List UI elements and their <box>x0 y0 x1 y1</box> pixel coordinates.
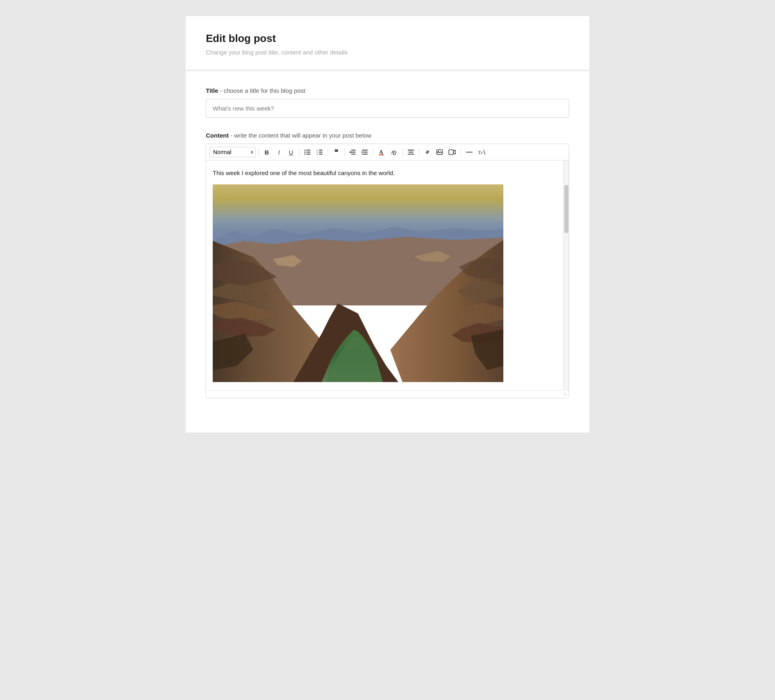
blockquote-icon: ❝ <box>334 148 338 156</box>
editor-body[interactable]: This week I explored one of the most bea… <box>206 161 563 390</box>
editor-body-container: This week I explored one of the most bea… <box>206 161 569 390</box>
page-title: Edit blog post <box>206 32 569 45</box>
indent-icon <box>362 149 368 155</box>
page-subtitle: Change your blog post title, content and… <box>206 49 569 56</box>
svg-rect-22 <box>408 150 414 150</box>
svg-point-0 <box>304 150 306 151</box>
toolbar-divider-3 <box>328 148 328 156</box>
svg-rect-14 <box>351 154 356 155</box>
blockquote-button[interactable]: ❝ <box>331 146 342 158</box>
svg-rect-9 <box>319 152 323 153</box>
format-select[interactable]: Normal Heading 1 Heading 2 Heading 3 Hea… <box>209 147 256 157</box>
bold-button[interactable]: B <box>261 146 272 158</box>
horizontal-rule-icon: — <box>466 148 472 156</box>
content-label-bold: Content <box>206 132 229 139</box>
bullet-list-icon <box>304 149 311 155</box>
bold-label: B <box>265 149 269 156</box>
svg-rect-7 <box>319 150 323 150</box>
toolbar-divider-7 <box>419 148 419 156</box>
svg-rect-12 <box>351 150 356 150</box>
svg-rect-24 <box>408 154 414 155</box>
bullet-list-button[interactable] <box>302 146 313 158</box>
svg-rect-19 <box>379 155 384 155</box>
svg-rect-11 <box>319 154 323 155</box>
ordered-list-icon: 1. 2. 3. <box>316 149 323 155</box>
editor-text-content: This week I explored one of the most bea… <box>213 169 557 178</box>
svg-text:x: x <box>480 150 483 155</box>
text-highlight-icon: A <box>390 149 398 155</box>
link-button[interactable] <box>422 146 433 158</box>
title-field-group: Title - choose a title for this blog pos… <box>206 87 569 118</box>
insert-image-button[interactable] <box>434 146 445 158</box>
scrollbar-thumb[interactable] <box>564 185 568 233</box>
content-field-group: Content - write the content that will ap… <box>206 132 569 398</box>
toolbar-divider-5 <box>373 148 373 156</box>
editor-resize-handle[interactable]: ⤡ <box>206 390 569 398</box>
title-label-bold: Title <box>206 87 218 94</box>
svg-text:A: A <box>379 149 383 155</box>
italic-button[interactable]: I <box>273 146 285 158</box>
title-label: Title - choose a title for this blog pos… <box>206 87 569 94</box>
svg-rect-5 <box>306 154 310 155</box>
editor-toolbar: Normal Heading 1 Heading 2 Heading 3 Hea… <box>206 144 569 161</box>
align-button[interactable] <box>405 146 417 158</box>
text-color-icon: A <box>378 149 385 155</box>
page-wrapper: Edit blog post Change your blog post tit… <box>186 16 589 684</box>
toolbar-divider-1 <box>258 148 259 156</box>
svg-rect-17 <box>362 154 368 155</box>
content-label: Content - write the content that will ap… <box>206 132 569 139</box>
svg-rect-3 <box>306 152 310 153</box>
toolbar-divider-2 <box>299 148 300 156</box>
title-label-rest: - choose a title for this blog post <box>218 87 306 94</box>
content-section: Title - choose a title for this blog pos… <box>186 71 589 433</box>
rich-text-editor: Normal Heading 1 Heading 2 Heading 3 Hea… <box>206 144 569 398</box>
format-selector-wrapper[interactable]: Normal Heading 1 Heading 2 Heading 3 Hea… <box>209 147 256 157</box>
image-icon <box>436 149 443 155</box>
outdent-button[interactable] <box>347 146 358 158</box>
clear-format-button[interactable]: T x <box>475 146 488 158</box>
video-icon <box>448 149 456 155</box>
resize-icon: ⤡ <box>563 391 567 397</box>
text-color-button[interactable]: A <box>376 146 387 158</box>
svg-rect-16 <box>363 152 368 153</box>
clear-format-icon: T x <box>478 149 485 155</box>
svg-rect-15 <box>362 150 368 150</box>
svg-rect-27 <box>449 150 453 155</box>
content-label-rest: - write the content that will appear in … <box>229 132 372 139</box>
svg-line-30 <box>484 150 485 155</box>
editor-scrollbar[interactable] <box>563 161 569 390</box>
align-icon <box>408 149 414 155</box>
ordered-list-button[interactable]: 1. 2. 3. <box>314 146 325 158</box>
link-icon <box>424 149 431 155</box>
outdent-icon <box>350 149 356 155</box>
title-input[interactable] <box>206 99 569 118</box>
svg-rect-1 <box>306 150 310 150</box>
italic-label: I <box>278 149 280 156</box>
header-section: Edit blog post Change your blog post tit… <box>186 16 589 70</box>
canyon-image <box>213 184 503 382</box>
underline-label: U <box>289 149 293 156</box>
svg-point-2 <box>304 152 306 153</box>
toolbar-divider-4 <box>344 148 345 156</box>
svg-text:3.: 3. <box>316 153 318 155</box>
text-highlight-button[interactable]: A <box>388 146 400 158</box>
horizontal-rule-button[interactable]: — <box>463 146 475 158</box>
svg-rect-21 <box>393 154 396 155</box>
underline-button[interactable]: U <box>285 146 297 158</box>
indent-button[interactable] <box>359 146 371 158</box>
insert-video-button[interactable] <box>446 146 458 158</box>
toolbar-divider-6 <box>402 148 403 156</box>
svg-rect-23 <box>408 152 413 153</box>
toolbar-divider-8 <box>461 148 461 156</box>
svg-point-4 <box>304 154 306 155</box>
